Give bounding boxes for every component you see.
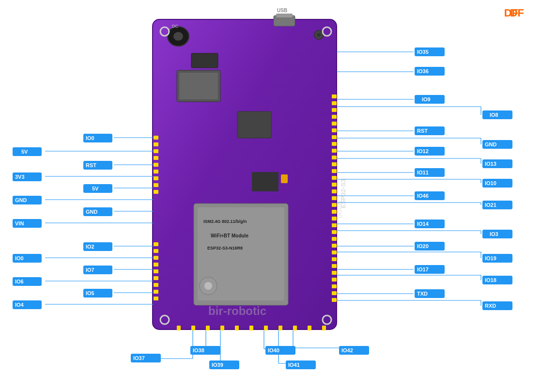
svg-rect-26 xyxy=(154,156,158,160)
svg-rect-34 xyxy=(154,256,158,260)
svg-rect-29 xyxy=(154,176,158,180)
svg-text:IO38: IO38 xyxy=(193,347,204,353)
svg-rect-68 xyxy=(332,278,337,282)
svg-rect-75 xyxy=(220,326,224,330)
svg-text:RST: RST xyxy=(417,128,428,134)
svg-rect-42 xyxy=(332,101,337,105)
svg-rect-58 xyxy=(332,210,337,214)
svg-text:RST: RST xyxy=(86,162,96,168)
svg-rect-35 xyxy=(154,263,158,267)
svg-rect-46 xyxy=(332,128,337,132)
svg-rect-61 xyxy=(332,230,337,234)
svg-text:bir-robotic: bir-robotic xyxy=(208,304,266,317)
svg-text:GND: GND xyxy=(485,141,497,147)
svg-rect-12 xyxy=(237,111,271,138)
svg-rect-62 xyxy=(332,237,337,241)
svg-rect-73 xyxy=(191,326,195,330)
svg-rect-67 xyxy=(332,271,337,275)
svg-text:IO21: IO21 xyxy=(485,202,496,208)
svg-rect-72 xyxy=(177,326,181,330)
svg-rect-40 xyxy=(154,297,158,300)
svg-rect-44 xyxy=(332,115,337,119)
svg-rect-30 xyxy=(154,183,158,187)
svg-rect-5 xyxy=(276,14,293,17)
svg-rect-54 xyxy=(332,183,337,187)
svg-rect-50 xyxy=(332,156,337,159)
svg-rect-10 xyxy=(179,73,218,99)
svg-rect-11 xyxy=(191,53,218,68)
svg-rect-23 xyxy=(154,136,158,140)
svg-text:IO18: IO18 xyxy=(485,277,496,283)
svg-text:GND: GND xyxy=(86,209,98,215)
svg-rect-78 xyxy=(264,326,268,330)
svg-rect-28 xyxy=(154,170,158,173)
svg-text:IO41: IO41 xyxy=(288,362,300,368)
svg-rect-25 xyxy=(154,149,158,153)
svg-text:IO39: IO39 xyxy=(212,362,223,368)
svg-text:IO12: IO12 xyxy=(417,148,429,154)
svg-text:5V: 5V xyxy=(92,186,99,191)
svg-text:RXD: RXD xyxy=(485,303,496,309)
svg-text:ISM2.4G 802.11/b/g/n: ISM2.4G 802.11/b/g/n xyxy=(203,219,247,224)
svg-rect-41 xyxy=(332,94,337,98)
svg-text:TXD: TXD xyxy=(417,291,428,297)
svg-rect-37 xyxy=(154,276,158,280)
svg-rect-59 xyxy=(332,217,337,220)
svg-text:3V3: 3V3 xyxy=(15,174,25,180)
svg-rect-27 xyxy=(154,163,158,167)
svg-text:IO8: IO8 xyxy=(490,112,498,118)
svg-rect-53 xyxy=(332,176,337,180)
svg-text:IO2: IO2 xyxy=(86,244,94,250)
svg-text:IO6: IO6 xyxy=(15,279,24,284)
svg-text:IO0: IO0 xyxy=(15,255,24,261)
svg-rect-52 xyxy=(332,169,337,173)
svg-text:IO0: IO0 xyxy=(86,135,94,141)
svg-text:ESP32-S3-N16R8: ESP32-S3-N16R8 xyxy=(207,246,243,251)
svg-rect-65 xyxy=(332,257,337,261)
svg-rect-24 xyxy=(154,142,158,146)
svg-text:IO5: IO5 xyxy=(86,290,94,296)
svg-rect-60 xyxy=(332,223,337,227)
svg-text:IO36: IO36 xyxy=(417,68,429,74)
svg-rect-39 xyxy=(154,290,158,294)
svg-rect-55 xyxy=(332,189,337,193)
svg-text:IO20: IO20 xyxy=(417,243,429,249)
page-wrapper: DF DC USB xyxy=(0,0,557,392)
svg-rect-56 xyxy=(332,196,337,200)
board-diagram: DC USB ISM2.4G 802.11/b/g/n WiFi+BT Modu… xyxy=(0,0,557,392)
svg-text:GND: GND xyxy=(15,197,27,203)
svg-text:IO13: IO13 xyxy=(485,161,496,167)
svg-rect-70 xyxy=(332,291,337,295)
svg-text:IO11: IO11 xyxy=(417,170,429,175)
svg-rect-33 xyxy=(154,249,158,253)
svg-rect-81 xyxy=(308,326,311,330)
svg-text:USB: USB xyxy=(277,8,287,13)
svg-rect-36 xyxy=(154,269,158,273)
svg-rect-13 xyxy=(252,172,278,191)
svg-text:IO9: IO9 xyxy=(422,96,431,102)
svg-rect-66 xyxy=(332,264,337,268)
svg-text:DIGITAL: DIGITAL xyxy=(337,199,342,218)
svg-text:IO4: IO4 xyxy=(15,302,24,308)
svg-rect-38 xyxy=(154,283,158,287)
svg-rect-51 xyxy=(332,162,337,166)
svg-rect-32 xyxy=(154,242,158,246)
svg-text:IO17: IO17 xyxy=(417,267,429,272)
svg-rect-71 xyxy=(332,298,337,302)
svg-rect-48 xyxy=(332,142,337,146)
svg-rect-77 xyxy=(249,326,253,330)
svg-text:WiFi+BT Module: WiFi+BT Module xyxy=(211,233,248,238)
svg-text:IO37: IO37 xyxy=(133,355,145,361)
svg-text:IO42: IO42 xyxy=(341,347,353,353)
svg-rect-80 xyxy=(293,326,297,330)
svg-text:IO46: IO46 xyxy=(417,193,429,199)
svg-rect-43 xyxy=(332,108,337,112)
svg-text:IO7: IO7 xyxy=(86,267,94,273)
svg-text:IO14: IO14 xyxy=(417,221,429,227)
svg-text:IO35: IO35 xyxy=(417,49,429,55)
svg-rect-83 xyxy=(281,174,288,183)
svg-rect-47 xyxy=(332,135,337,139)
svg-rect-57 xyxy=(332,203,337,207)
svg-text:IO3: IO3 xyxy=(490,231,498,237)
svg-rect-64 xyxy=(332,251,337,254)
